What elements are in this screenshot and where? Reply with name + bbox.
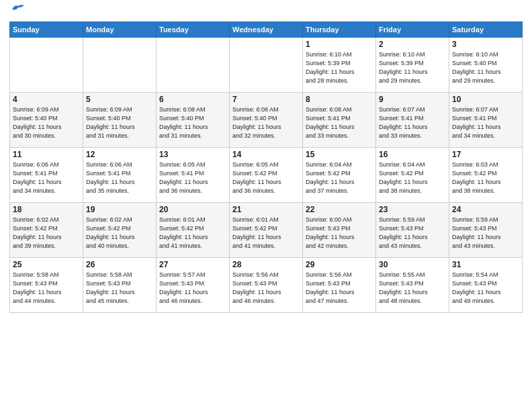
day-content: Sunrise: 5:54 AM Sunset: 5:43 PM Dayligh…: [452, 271, 519, 306]
day-content: Sunrise: 5:57 AM Sunset: 5:43 PM Dayligh…: [159, 271, 226, 306]
day-content: Sunrise: 6:08 AM Sunset: 5:40 PM Dayligh…: [159, 105, 226, 140]
calendar-cell: 18Sunrise: 6:02 AM Sunset: 5:42 PM Dayli…: [10, 203, 83, 258]
calendar-cell: 14Sunrise: 6:05 AM Sunset: 5:42 PM Dayli…: [230, 148, 303, 203]
day-number: 24: [452, 205, 519, 214]
day-content: Sunrise: 6:05 AM Sunset: 5:42 PM Dayligh…: [232, 161, 300, 195]
day-content: Sunrise: 5:56 AM Sunset: 5:43 PM Dayligh…: [232, 271, 300, 306]
day-content: Sunrise: 6:05 AM Sunset: 5:41 PM Dayligh…: [159, 161, 226, 195]
day-number: 13: [159, 150, 226, 159]
calendar-cell: 17Sunrise: 6:03 AM Sunset: 5:42 PM Dayli…: [449, 148, 523, 203]
day-number: 27: [159, 260, 226, 269]
day-content: Sunrise: 5:58 AM Sunset: 5:43 PM Dayligh…: [86, 271, 153, 306]
calendar-cell: 31Sunrise: 5:54 AM Sunset: 5:43 PM Dayli…: [449, 258, 523, 313]
day-content: Sunrise: 6:01 AM Sunset: 5:42 PM Dayligh…: [159, 216, 226, 250]
day-content: Sunrise: 6:07 AM Sunset: 5:41 PM Dayligh…: [379, 105, 446, 140]
day-number: 14: [232, 150, 300, 159]
day-number: 8: [306, 95, 373, 104]
day-number: 9: [379, 95, 446, 104]
day-number: 6: [159, 95, 226, 104]
day-content: Sunrise: 6:10 AM Sunset: 5:39 PM Dayligh…: [306, 50, 373, 85]
day-content: Sunrise: 6:08 AM Sunset: 5:41 PM Dayligh…: [306, 105, 373, 140]
calendar-cell: 10Sunrise: 6:07 AM Sunset: 5:41 PM Dayli…: [449, 93, 523, 148]
day-content: Sunrise: 6:10 AM Sunset: 5:39 PM Dayligh…: [379, 50, 446, 85]
week-row-4: 18Sunrise: 6:02 AM Sunset: 5:42 PM Dayli…: [10, 203, 523, 258]
calendar-cell: 29Sunrise: 5:56 AM Sunset: 5:43 PM Dayli…: [303, 258, 376, 313]
weekday-header-friday: Friday: [376, 22, 449, 38]
day-number: 30: [379, 260, 446, 269]
day-content: Sunrise: 5:58 AM Sunset: 5:43 PM Dayligh…: [13, 271, 80, 306]
day-number: 25: [13, 260, 80, 269]
day-number: 10: [452, 95, 519, 104]
calendar-cell: 30Sunrise: 5:55 AM Sunset: 5:43 PM Dayli…: [376, 258, 449, 313]
day-content: Sunrise: 6:10 AM Sunset: 5:40 PM Dayligh…: [452, 50, 519, 85]
day-number: 22: [306, 205, 373, 214]
calendar-cell: 26Sunrise: 5:58 AM Sunset: 5:43 PM Dayli…: [83, 258, 157, 313]
week-row-3: 11Sunrise: 6:06 AM Sunset: 5:41 PM Dayli…: [10, 148, 523, 203]
calendar-cell: 8Sunrise: 6:08 AM Sunset: 5:41 PM Daylig…: [303, 93, 376, 148]
day-number: 1: [306, 40, 373, 49]
day-content: Sunrise: 6:03 AM Sunset: 5:42 PM Dayligh…: [452, 161, 519, 195]
day-content: Sunrise: 6:09 AM Sunset: 5:40 PM Dayligh…: [86, 105, 153, 140]
day-content: Sunrise: 6:09 AM Sunset: 5:40 PM Dayligh…: [13, 105, 80, 140]
day-number: 21: [232, 205, 300, 214]
day-number: 11: [13, 150, 80, 159]
calendar-cell: 20Sunrise: 6:01 AM Sunset: 5:42 PM Dayli…: [157, 203, 230, 258]
day-content: Sunrise: 6:07 AM Sunset: 5:41 PM Dayligh…: [452, 105, 519, 140]
calendar-cell: 2Sunrise: 6:10 AM Sunset: 5:39 PM Daylig…: [376, 38, 449, 93]
day-content: Sunrise: 5:55 AM Sunset: 5:43 PM Dayligh…: [379, 271, 446, 306]
day-number: 26: [86, 260, 153, 269]
day-content: Sunrise: 6:04 AM Sunset: 5:42 PM Dayligh…: [306, 161, 373, 195]
calendar-cell: 24Sunrise: 5:59 AM Sunset: 5:43 PM Dayli…: [449, 203, 523, 258]
day-number: 3: [452, 40, 519, 49]
calendar-cell: 27Sunrise: 5:57 AM Sunset: 5:43 PM Dayli…: [157, 258, 230, 313]
week-row-5: 25Sunrise: 5:58 AM Sunset: 5:43 PM Dayli…: [10, 258, 523, 313]
logo: [9, 7, 26, 17]
day-content: Sunrise: 6:02 AM Sunset: 5:42 PM Dayligh…: [13, 216, 80, 250]
page: SundayMondayTuesdayWednesdayThursdayFrid…: [0, 0, 532, 411]
calendar-cell: 13Sunrise: 6:05 AM Sunset: 5:41 PM Dayli…: [157, 148, 230, 203]
day-number: 28: [232, 260, 300, 269]
calendar-cell: 11Sunrise: 6:06 AM Sunset: 5:41 PM Dayli…: [10, 148, 83, 203]
calendar-cell: 15Sunrise: 6:04 AM Sunset: 5:42 PM Dayli…: [303, 148, 376, 203]
calendar-cell: 28Sunrise: 5:56 AM Sunset: 5:43 PM Dayli…: [230, 258, 303, 313]
calendar-cell: 6Sunrise: 6:08 AM Sunset: 5:40 PM Daylig…: [157, 93, 230, 148]
day-content: Sunrise: 6:02 AM Sunset: 5:42 PM Dayligh…: [86, 216, 153, 250]
weekday-header-sunday: Sunday: [10, 22, 83, 38]
calendar-cell: 7Sunrise: 6:08 AM Sunset: 5:40 PM Daylig…: [230, 93, 303, 148]
calendar-cell: 22Sunrise: 6:00 AM Sunset: 5:43 PM Dayli…: [303, 203, 376, 258]
day-number: 2: [379, 40, 446, 49]
day-number: 17: [452, 150, 519, 159]
day-content: Sunrise: 5:59 AM Sunset: 5:43 PM Dayligh…: [452, 216, 519, 250]
day-number: 7: [232, 95, 300, 104]
weekday-header-monday: Monday: [83, 22, 157, 38]
calendar-cell: 3Sunrise: 6:10 AM Sunset: 5:40 PM Daylig…: [449, 38, 523, 93]
calendar-table: SundayMondayTuesdayWednesdayThursdayFrid…: [9, 21, 523, 313]
calendar-cell: 21Sunrise: 6:01 AM Sunset: 5:42 PM Dayli…: [230, 203, 303, 258]
day-number: 23: [379, 205, 446, 214]
calendar-cell: [83, 38, 157, 93]
header: [9, 7, 523, 17]
day-number: 20: [159, 205, 226, 214]
day-content: Sunrise: 6:06 AM Sunset: 5:41 PM Dayligh…: [13, 161, 80, 195]
calendar-cell: 23Sunrise: 5:59 AM Sunset: 5:43 PM Dayli…: [376, 203, 449, 258]
day-number: 19: [86, 205, 153, 214]
day-number: 31: [452, 260, 519, 269]
weekday-header-tuesday: Tuesday: [157, 22, 230, 38]
day-number: 4: [13, 95, 80, 104]
day-content: Sunrise: 6:04 AM Sunset: 5:42 PM Dayligh…: [379, 161, 446, 195]
weekday-header-wednesday: Wednesday: [230, 22, 303, 38]
calendar-cell: 4Sunrise: 6:09 AM Sunset: 5:40 PM Daylig…: [10, 93, 83, 148]
day-content: Sunrise: 5:59 AM Sunset: 5:43 PM Dayligh…: [379, 216, 446, 250]
weekday-header-saturday: Saturday: [449, 22, 523, 38]
day-number: 16: [379, 150, 446, 159]
weekday-header-thursday: Thursday: [303, 22, 376, 38]
calendar-cell: [157, 38, 230, 93]
calendar-cell: 5Sunrise: 6:09 AM Sunset: 5:40 PM Daylig…: [83, 93, 157, 148]
day-number: 5: [86, 95, 153, 104]
calendar-cell: 19Sunrise: 6:02 AM Sunset: 5:42 PM Dayli…: [83, 203, 157, 258]
calendar-cell: [10, 38, 83, 93]
week-row-2: 4Sunrise: 6:09 AM Sunset: 5:40 PM Daylig…: [10, 93, 523, 148]
logo-bird-icon: [11, 3, 26, 17]
calendar-cell: 12Sunrise: 6:06 AM Sunset: 5:41 PM Dayli…: [83, 148, 157, 203]
day-content: Sunrise: 5:56 AM Sunset: 5:43 PM Dayligh…: [306, 271, 373, 306]
